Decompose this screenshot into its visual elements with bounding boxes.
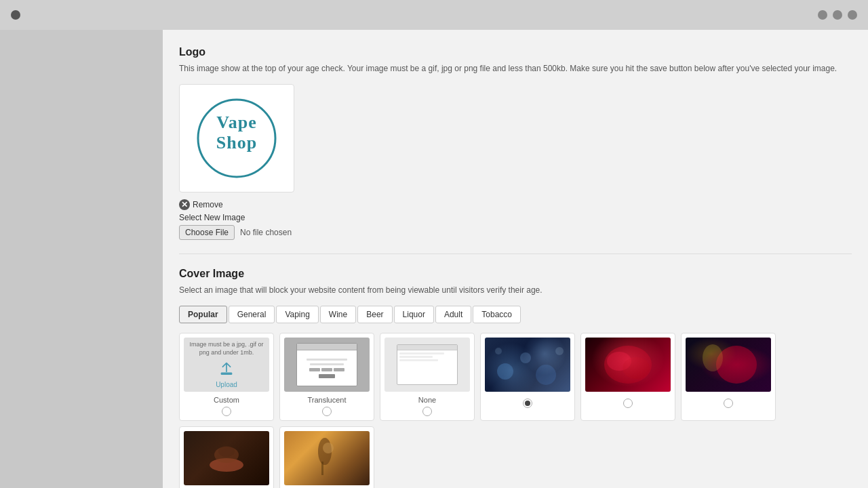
musician-image (284, 431, 370, 485)
logo-section: Logo This image show at the top of your … (179, 46, 852, 240)
custom-thumb: Image must be a jpg, .gif or png and und… (184, 338, 269, 392)
svg-point-10 (604, 346, 652, 384)
custom-label: Custom (214, 396, 239, 404)
cover-image-tabs: Popular General Vaping Wine Beer Liquor … (179, 306, 852, 323)
tab-vaping[interactable]: Vaping (276, 306, 318, 323)
tab-tobacco[interactable]: Tobacco (473, 306, 521, 323)
cover-image-card-translucent[interactable]: Translucent (279, 333, 374, 421)
tab-popular[interactable]: Popular (179, 306, 227, 323)
section-divider (179, 253, 852, 254)
svg-point-12 (623, 357, 650, 379)
svg-rect-19 (321, 462, 323, 475)
upload-label: Upload (216, 381, 237, 388)
sidebar (0, 30, 163, 488)
titlebar-close-dot[interactable] (11, 10, 20, 20)
choose-file-button[interactable]: Choose File (179, 225, 235, 240)
tab-wine[interactable]: Wine (320, 306, 356, 323)
rose-radio[interactable] (623, 399, 633, 408)
rose-thumb (585, 338, 671, 392)
titlebar (0, 0, 868, 30)
upload-icon (217, 359, 236, 378)
svg-text:Vape: Vape (216, 113, 256, 132)
translucent-thumb (284, 338, 370, 392)
bokeh-thumb (485, 338, 570, 392)
tab-general[interactable]: General (229, 306, 275, 323)
titlebar-dot-2 (833, 10, 842, 20)
musician-thumb (284, 431, 370, 485)
svg-text:Shop: Shop (216, 133, 257, 152)
cover-image-title: Cover Image (179, 268, 852, 280)
custom-radio[interactable] (222, 407, 231, 416)
none-thumb (384, 338, 470, 392)
wine-glass-radio[interactable] (724, 399, 733, 408)
bokeh-image (485, 338, 570, 392)
svg-point-7 (536, 365, 556, 385)
app-layout: Logo This image show at the top of your … (0, 30, 868, 488)
titlebar-left (11, 10, 20, 20)
tab-beer[interactable]: Beer (357, 306, 392, 323)
custom-card-text: Image must be a jpg, .gif or png and und… (184, 341, 269, 357)
rose-image (585, 338, 671, 392)
cover-image-card-bokeh[interactable] (480, 333, 575, 421)
main-content: Logo This image show at the top of your … (163, 30, 868, 488)
translucent-label: Translucent (307, 396, 346, 404)
svg-point-5 (497, 363, 513, 380)
svg-point-9 (495, 348, 502, 354)
cover-image-card-none[interactable]: None (380, 333, 475, 421)
cover-image-description: Select an image that will block your web… (179, 284, 852, 296)
svg-point-8 (555, 347, 564, 355)
cover-image-card-custom[interactable]: Image must be a jpg, .gif or png and und… (179, 333, 274, 421)
file-input-row: Choose File No file chosen (179, 225, 852, 240)
svg-point-11 (607, 352, 631, 371)
select-new-label: Select New Image (179, 213, 852, 222)
svg-point-20 (323, 443, 334, 453)
titlebar-right (818, 10, 857, 20)
tab-liquor[interactable]: Liquor (394, 306, 434, 323)
svg-point-13 (716, 346, 757, 384)
titlebar-dot-3 (848, 10, 857, 20)
cover-image-section: Cover Image Select an image that will bl… (179, 268, 852, 488)
cover-image-card-rose[interactable] (580, 333, 675, 421)
svg-point-6 (520, 352, 531, 363)
titlebar-dot-1 (818, 10, 827, 20)
vape-shop-logo-image: Vape Shop (193, 94, 281, 182)
logo-description: This image show at the top of your age c… (179, 62, 852, 75)
cover-image-card-lips[interactable] (179, 426, 274, 488)
svg-point-14 (703, 344, 723, 371)
none-radio[interactable] (422, 407, 432, 416)
cover-image-card-musician[interactable] (279, 426, 374, 488)
cover-image-card-wine-glass[interactable] (681, 333, 776, 421)
svg-point-17 (218, 446, 235, 457)
logo-title: Logo (179, 46, 852, 58)
translucent-browser-mock (296, 343, 357, 386)
cover-image-grid: Image must be a jpg, .gif or png and und… (179, 333, 852, 488)
remove-icon: ✕ (179, 199, 190, 210)
remove-button[interactable]: ✕ Remove (179, 199, 852, 210)
translucent-radio[interactable] (322, 407, 332, 416)
logo-preview: Vape Shop (179, 84, 294, 192)
none-browser-mock (397, 344, 458, 385)
svg-rect-4 (221, 373, 233, 375)
wine-glass-thumb (686, 338, 771, 392)
no-file-text: No file chosen (240, 228, 292, 237)
remove-label: Remove (193, 200, 223, 209)
none-label: None (418, 396, 436, 404)
wine-glass-image (686, 338, 771, 392)
tab-adult[interactable]: Adult (435, 306, 471, 323)
bokeh-radio[interactable] (523, 399, 532, 408)
lips-image (184, 431, 269, 485)
lips-thumb (184, 431, 269, 485)
